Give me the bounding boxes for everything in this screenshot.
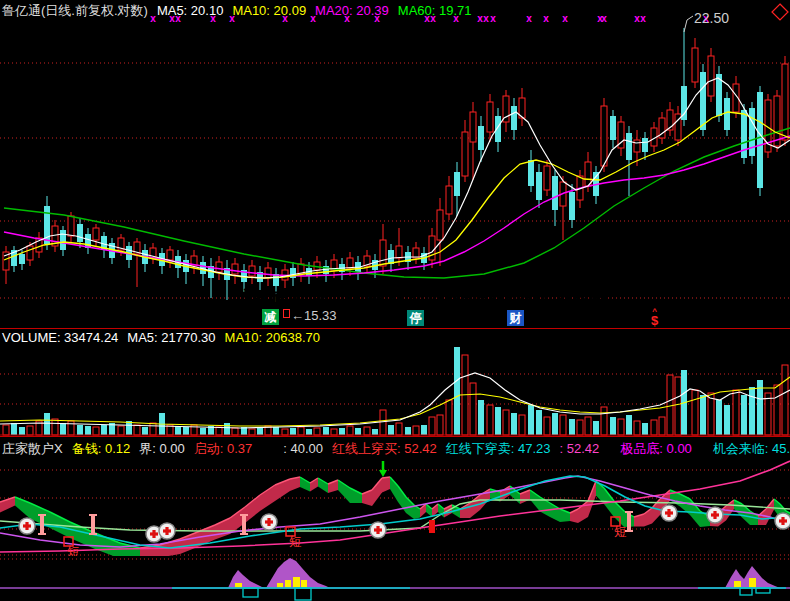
- bottom-histogram-chart[interactable]: [0, 556, 790, 601]
- indicator-header: 庄家散户X备钱: 0.12界: 0.00启动: 0.37: 40.00红线上穿买…: [2, 440, 790, 458]
- stock-app-screen: 鲁亿通(日线.前复权.对数)MA5: 20.10MA10: 20.09MA20:…: [0, 0, 790, 601]
- header-segment: MA10: 20638.70: [225, 330, 320, 345]
- volume-header: VOLUME: 33474.24MA5: 21770.30MA10: 20638…: [2, 330, 329, 345]
- magenta-x-mark: x: [453, 13, 459, 24]
- cross-circle-icon: [370, 522, 386, 538]
- magenta-x-mark: x: [175, 13, 181, 24]
- main-candlestick-chart[interactable]: xxxxxxxxxxxxxxxxxxxxxxx: [0, 0, 790, 328]
- header-segment: 红线下穿卖: 47.23: [446, 441, 551, 456]
- magenta-x-mark: x: [483, 13, 489, 24]
- cross-circle-icon: [661, 505, 677, 521]
- magenta-x-mark: x: [310, 13, 316, 24]
- high-price-label: 22.50: [694, 10, 729, 26]
- magenta-x-mark: x: [374, 13, 380, 24]
- cross-circle-icon: [159, 523, 175, 539]
- magenta-x-mark: x: [490, 13, 496, 24]
- signal-badge: 减: [262, 309, 279, 325]
- header-segment: 庄家散户X: [2, 441, 63, 456]
- header-segment: 红线上穿买: 52.42: [332, 441, 437, 456]
- indicator-chart[interactable]: 短短短: [0, 460, 790, 556]
- low-price-marker-box: [283, 309, 290, 318]
- magenta-x-mark: x: [150, 13, 156, 24]
- header-segment: MA5: 21770.30: [127, 330, 215, 345]
- cross-circle-icon: [775, 513, 790, 529]
- magenta-x-mark: x: [562, 13, 568, 24]
- short-signal-label: 短: [289, 534, 302, 549]
- magenta-x-mark: x: [344, 13, 350, 24]
- magenta-x-mark: x: [229, 13, 235, 24]
- dollar-signal-icon: ^ $: [651, 309, 658, 327]
- header-segment: 极品底: 0.00: [620, 441, 692, 456]
- cross-circle-icon: [707, 507, 723, 523]
- cross-circle-icon: [261, 514, 277, 530]
- low-price-label: ←15.33: [291, 308, 337, 323]
- magenta-x-mark: x: [601, 13, 607, 24]
- dollar-glyph: $: [651, 313, 658, 328]
- header-segment: 启动: 0.37: [194, 441, 253, 456]
- header-segment: : 40.00: [283, 441, 323, 456]
- magenta-x-mark: x: [430, 13, 436, 24]
- header-segment: 备钱: 0.12: [72, 441, 131, 456]
- signal-badge: 停: [407, 310, 424, 326]
- short-signal-label: 短: [67, 544, 80, 556]
- header-segment: VOLUME: 33474.24: [2, 330, 118, 345]
- signal-badge: 财: [507, 310, 524, 326]
- panel-separator-1: [0, 328, 790, 329]
- header-segment: 界: 0.00: [139, 441, 185, 456]
- magenta-x-mark: x: [640, 13, 646, 24]
- panel-separator-2: [0, 436, 790, 437]
- cross-circle-icon: [19, 518, 35, 534]
- header-segment: 机会来临: 45.28: [713, 441, 790, 456]
- short-signal-label: 短: [614, 524, 627, 539]
- magenta-x-mark: x: [543, 13, 549, 24]
- volume-chart[interactable]: [0, 345, 790, 436]
- magenta-x-mark: x: [210, 13, 216, 24]
- header-segment: : 52.42: [560, 441, 600, 456]
- magenta-x-mark: x: [526, 13, 532, 24]
- magenta-x-mark: x: [282, 13, 288, 24]
